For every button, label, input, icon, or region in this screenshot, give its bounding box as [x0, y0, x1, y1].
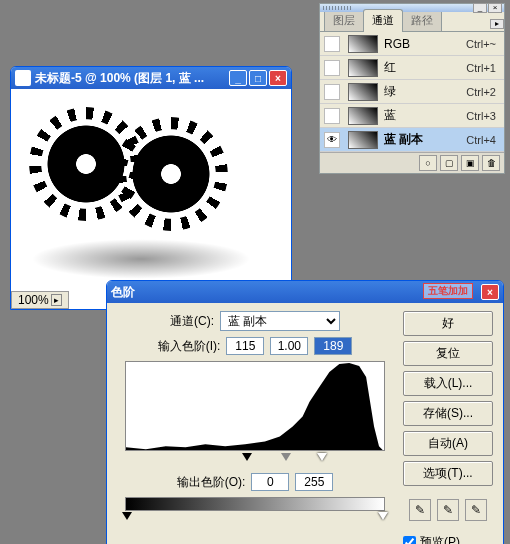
- options-button[interactable]: 选项(T)...: [403, 461, 493, 486]
- auto-button[interactable]: 自动(A): [403, 431, 493, 456]
- channel-shortcut: Ctrl+2: [466, 86, 496, 98]
- panel-minimize[interactable]: _: [473, 3, 487, 13]
- channel-select[interactable]: 蓝 副本: [220, 311, 340, 331]
- tab-paths[interactable]: 路径: [402, 9, 442, 31]
- channel-shortcut: Ctrl+~: [466, 38, 496, 50]
- input-gamma-field[interactable]: [270, 337, 308, 355]
- save-button[interactable]: 存储(S)...: [403, 401, 493, 426]
- panel-footer: ○ ▢ ▣ 🗑: [320, 152, 504, 173]
- document-titlebar[interactable]: 🖼 未标题-5 @ 100% (图层 1, 蓝 ... _ □ ×: [11, 67, 291, 89]
- channel-thumb: [348, 83, 378, 101]
- preview-checkbox[interactable]: [403, 536, 416, 544]
- black-eyedropper-icon[interactable]: ✎: [409, 499, 431, 521]
- channel-thumb: [348, 35, 378, 53]
- channel-thumb: [348, 131, 378, 149]
- watermark-stamp: 五笔加加: [423, 283, 473, 299]
- panel-tabs: 图层 通道 路径 ▸: [320, 12, 504, 32]
- channel-label: 通道(C):: [170, 313, 214, 330]
- channel-row-rgb[interactable]: RGB Ctrl+~: [320, 32, 504, 56]
- visibility-toggle[interactable]: 👁: [324, 132, 340, 148]
- visibility-toggle[interactable]: [324, 108, 340, 124]
- document-title: 未标题-5 @ 100% (图层 1, 蓝 ...: [35, 70, 229, 87]
- channel-name: 绿: [384, 83, 466, 100]
- input-white-field[interactable]: [314, 337, 352, 355]
- white-point-slider[interactable]: [317, 453, 327, 466]
- new-channel-icon[interactable]: ▣: [461, 155, 479, 171]
- channel-shortcut: Ctrl+3: [466, 110, 496, 122]
- histogram: [125, 361, 385, 451]
- reset-button[interactable]: 复位: [403, 341, 493, 366]
- channel-row-blue-copy[interactable]: 👁 蓝 副本 Ctrl+4: [320, 128, 504, 152]
- channel-name: 蓝 副本: [384, 131, 466, 148]
- zoom-arrow-icon[interactable]: ▸: [51, 294, 62, 306]
- levels-dialog: 色阶 五笔加加 × 通道(C): 蓝 副本 输入色阶(I):: [106, 280, 504, 544]
- channel-list: RGB Ctrl+~ 红 Ctrl+1 绿 Ctrl+2 蓝 Ctrl+3 👁 …: [320, 32, 504, 152]
- channel-name: RGB: [384, 37, 466, 51]
- document-canvas[interactable]: [11, 89, 291, 309]
- channel-row-green[interactable]: 绿 Ctrl+2: [320, 80, 504, 104]
- visibility-toggle[interactable]: [324, 60, 340, 76]
- input-levels-label: 输入色阶(I):: [158, 338, 221, 355]
- zoom-indicator[interactable]: 100% ▸: [11, 291, 69, 309]
- channel-row-red[interactable]: 红 Ctrl+1: [320, 56, 504, 80]
- close-button[interactable]: ×: [481, 284, 499, 300]
- load-selection-icon[interactable]: ○: [419, 155, 437, 171]
- input-black-field[interactable]: [226, 337, 264, 355]
- gray-eyedropper-icon[interactable]: ✎: [437, 499, 459, 521]
- close-button[interactable]: ×: [269, 70, 287, 86]
- panel-titlebar[interactable]: _ ×: [320, 4, 504, 12]
- visibility-toggle[interactable]: [324, 84, 340, 100]
- load-button[interactable]: 载入(L)...: [403, 371, 493, 396]
- channel-name: 蓝: [384, 107, 466, 124]
- maximize-button[interactable]: □: [249, 70, 267, 86]
- app-icon: 🖼: [15, 70, 31, 86]
- levels-titlebar[interactable]: 色阶 五笔加加 ×: [107, 281, 503, 303]
- black-point-slider[interactable]: [242, 453, 252, 466]
- channel-thumb: [348, 107, 378, 125]
- output-black-field[interactable]: [251, 473, 289, 491]
- document-window: 🖼 未标题-5 @ 100% (图层 1, 蓝 ... _ □ × 100% ▸: [10, 66, 292, 310]
- output-black-slider[interactable]: [122, 512, 132, 525]
- tab-channels[interactable]: 通道: [363, 9, 403, 32]
- zoom-value: 100%: [18, 293, 49, 307]
- output-levels-label: 输出色阶(O):: [177, 474, 246, 491]
- visibility-toggle[interactable]: [324, 36, 340, 52]
- panel-menu[interactable]: ▸: [490, 19, 504, 29]
- channel-shortcut: Ctrl+1: [466, 62, 496, 74]
- output-white-field[interactable]: [295, 473, 333, 491]
- channel-row-blue[interactable]: 蓝 Ctrl+3: [320, 104, 504, 128]
- output-white-slider[interactable]: [378, 512, 388, 525]
- gamma-slider[interactable]: [281, 453, 291, 466]
- channel-shortcut: Ctrl+4: [466, 134, 496, 146]
- delete-channel-icon[interactable]: 🗑: [482, 155, 500, 171]
- channel-name: 红: [384, 59, 466, 76]
- preview-checkbox-row[interactable]: 预览(P): [403, 534, 493, 544]
- white-eyedropper-icon[interactable]: ✎: [465, 499, 487, 521]
- preview-label: 预览(P): [420, 534, 460, 544]
- input-slider-track[interactable]: [125, 453, 385, 465]
- gear-image: [126, 129, 216, 219]
- channels-panel: _ × 图层 通道 路径 ▸ RGB Ctrl+~ 红 Ctrl+1 绿 Ctr…: [319, 3, 505, 174]
- output-gradient[interactable]: [125, 497, 385, 511]
- tab-layers[interactable]: 图层: [324, 9, 364, 31]
- panel-close[interactable]: ×: [488, 3, 502, 13]
- minimize-button[interactable]: _: [229, 70, 247, 86]
- channel-thumb: [348, 59, 378, 77]
- ok-button[interactable]: 好: [403, 311, 493, 336]
- save-selection-icon[interactable]: ▢: [440, 155, 458, 171]
